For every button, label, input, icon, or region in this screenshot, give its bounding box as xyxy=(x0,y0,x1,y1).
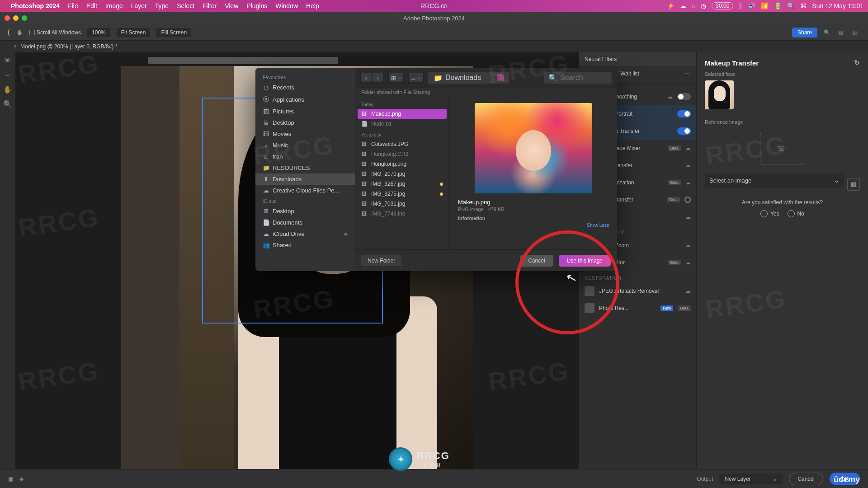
picker-sidebar[interactable]: Favourites ◷Recents ⒶApplications 🖼Pictu… xyxy=(255,68,355,271)
sidebar-downloads[interactable]: ⬇Downloads xyxy=(255,174,355,185)
output-select[interactable]: New Layer⌄ xyxy=(719,474,783,484)
scroll-all-checkbox[interactable]: Scroll All Windows xyxy=(29,29,81,36)
nav-back-button[interactable]: ‹ xyxy=(360,73,372,83)
clock[interactable]: Sun 12 May 19:01 xyxy=(812,2,863,9)
menu-layer[interactable]: Layer xyxy=(131,2,147,9)
sidebar-pictures[interactable]: 🖼Pictures xyxy=(255,106,355,117)
tab-wait-list[interactable]: Wait list xyxy=(620,70,639,80)
file-item[interactable]: 🖼IMG_2070.jpg xyxy=(355,169,449,179)
breadcrumb[interactable]: 📁 Downloads ⌄ xyxy=(428,72,509,84)
home-icon[interactable]: ⟨ xyxy=(7,28,10,37)
eye-tool-icon[interactable]: 👁 xyxy=(3,56,12,65)
sidebar-desktop[interactable]: 🖥Desktop xyxy=(255,117,355,128)
zoom-tool-icon[interactable]: 🔍 xyxy=(3,99,12,108)
file-item[interactable]: 🖼IMG_7743.ino xyxy=(355,209,449,219)
menu-plugins[interactable]: Plugins xyxy=(246,2,267,9)
share-button[interactable]: Share xyxy=(792,28,817,38)
file-item[interactable]: 🖼Hongkong.png xyxy=(355,159,449,169)
sidebar-icloud-desktop[interactable]: 🖥Desktop xyxy=(255,206,355,217)
sidebar-cc-files[interactable]: ☁Creative Cloud Files Pe... xyxy=(255,185,355,196)
new-folder-button[interactable]: New Folder xyxy=(361,255,401,266)
zoom-percentage[interactable]: 100% xyxy=(87,28,110,37)
menu-select[interactable]: Select xyxy=(177,2,194,9)
picker-cancel-button[interactable]: Cancel xyxy=(520,255,553,267)
search-input[interactable]: 🔍 Search xyxy=(544,72,612,84)
sidebar-recents[interactable]: ◷Recents xyxy=(255,82,355,93)
menu-file[interactable]: File xyxy=(68,2,78,9)
desktop-icon: 🖥 xyxy=(263,119,269,126)
sidebar-fran[interactable]: ⌂fran xyxy=(255,151,355,162)
nav-forward-button[interactable]: › xyxy=(372,73,384,83)
menu-filter[interactable]: Filter xyxy=(203,2,217,9)
file-item[interactable]: 🖼IMG_3275.jpg xyxy=(355,189,449,199)
file-list-column[interactable]: Today 🖼Makeup.png 📄Nude.txt Yesterday 🖼C… xyxy=(355,97,450,249)
menu-window[interactable]: Window xyxy=(275,2,298,9)
move-tool-icon[interactable]: ↔ xyxy=(3,70,12,80)
image-icon: 🖼 xyxy=(361,171,368,177)
browse-image-button[interactable]: ▥ xyxy=(847,178,860,191)
cloud-icon: ☁ xyxy=(685,179,691,186)
toggle[interactable] xyxy=(677,93,691,100)
cancel-button[interactable]: Cancel xyxy=(789,473,823,485)
document-tab-label[interactable]: Model.png @ 200% (Layer 0, RGB/8#) * xyxy=(20,43,117,50)
toggle-off-icon[interactable] xyxy=(684,197,691,203)
reference-image-select[interactable]: Select an image ⌄ xyxy=(705,174,844,188)
maximize-window-icon[interactable] xyxy=(22,15,27,21)
satisfied-yes[interactable]: Yes xyxy=(760,210,779,217)
close-window-icon[interactable] xyxy=(5,15,10,21)
fill-screen-button[interactable]: Fill Screen xyxy=(156,28,191,37)
folder-shared-notice: Folder shared with File Sharing xyxy=(355,88,617,97)
image-icon: 🖼 xyxy=(361,191,368,197)
search-icon[interactable]: 🔍 xyxy=(787,2,795,9)
sidebar-applications[interactable]: ⒶApplications xyxy=(255,93,355,106)
filter-jpeg-artefacts[interactable]: JPEG Artefacts Removal ☁ xyxy=(579,282,696,300)
chevron-down-icon[interactable]: ⌄ xyxy=(497,74,504,81)
sidebar-movies[interactable]: 🎞Movies xyxy=(255,128,355,140)
filter-photo-restoration[interactable]: Photo Res... New Beta xyxy=(579,300,696,317)
more-icon[interactable]: ⋯ xyxy=(684,70,690,80)
sidebar-music[interactable]: ♪Music xyxy=(255,140,355,151)
hand-tool-icon[interactable]: ✋ xyxy=(3,85,12,94)
sidebar-resources[interactable]: 📁RESOURCES xyxy=(255,162,355,174)
use-this-image-button[interactable]: Use this image xyxy=(559,255,611,267)
preview-thumbnail xyxy=(475,103,592,193)
file-item[interactable]: 🖼Cotswolds.JPG xyxy=(355,139,449,149)
toggle[interactable] xyxy=(677,110,691,117)
menu-edit[interactable]: Edit xyxy=(86,2,97,9)
menu-view[interactable]: View xyxy=(225,2,238,9)
workspace-icon[interactable]: ▦ xyxy=(838,29,846,36)
app-name[interactable]: Photoshop 2024 xyxy=(11,2,60,9)
downloads-icon: ⬇ xyxy=(263,176,269,183)
file-item[interactable]: 🖼Hongkong.CR2 xyxy=(355,149,449,159)
menu-type[interactable]: Type xyxy=(155,2,169,9)
reference-image-dropzone[interactable]: 🖼⁺ xyxy=(760,133,805,164)
panel-icon[interactable]: ▤ xyxy=(853,29,861,36)
search-icon[interactable]: 🔍 xyxy=(824,29,832,36)
control-center-icon[interactable]: ⌘ xyxy=(800,2,807,9)
view-columns-button[interactable]: ⊞⌄ xyxy=(388,73,404,83)
minimize-window-icon[interactable] xyxy=(13,15,19,21)
beta-badge: Beta xyxy=(667,197,680,202)
file-item[interactable]: 📄Nude.txt xyxy=(355,119,449,129)
file-item[interactable]: 🖼IMG_3267.jpg xyxy=(355,179,449,189)
satisfied-no[interactable]: No xyxy=(788,210,804,217)
file-item[interactable]: 🖼Makeup.png xyxy=(358,109,447,119)
selected-face-thumbnail[interactable] xyxy=(705,80,734,109)
fit-screen-button[interactable]: Fit Screen xyxy=(117,28,151,37)
sidebar-icloud-shared[interactable]: 👥Shared xyxy=(255,239,355,251)
file-item[interactable]: 🖼IMG_7031.jpg xyxy=(355,199,449,209)
menu-help[interactable]: Help xyxy=(306,2,319,9)
layers-icon[interactable]: ◈ xyxy=(19,476,24,482)
menu-image[interactable]: Image xyxy=(105,2,123,9)
view-list-button[interactable]: ≣⌄ xyxy=(408,73,424,83)
close-tab-icon[interactable]: × xyxy=(14,43,17,50)
hand-tool-icon[interactable]: ✋ xyxy=(16,29,23,36)
preview-icon[interactable]: ▣ xyxy=(8,476,13,482)
toggle[interactable] xyxy=(677,127,691,135)
sidebar-icloud-documents[interactable]: 📄Documents xyxy=(255,217,355,228)
show-less-link[interactable]: Show Less xyxy=(587,223,609,228)
sidebar-icloud-drive[interactable]: ☁iCloud Drive⏏ xyxy=(255,228,355,239)
image-icon: 🖼 xyxy=(361,211,368,217)
reset-icon[interactable]: ↻ xyxy=(854,59,860,67)
eject-icon[interactable]: ⏏ xyxy=(344,231,348,236)
